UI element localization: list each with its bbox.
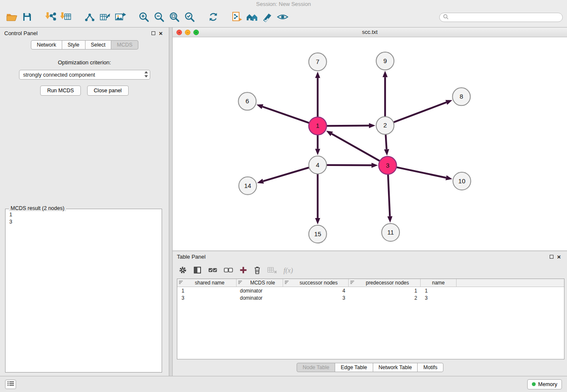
tab-style[interactable]: Style [62,40,85,50]
task-history-button[interactable] [5,380,16,389]
zoom-in-button[interactable] [136,10,151,25]
optimization-criterion-label: Optimization criterion: [0,59,169,66]
table-cell[interactable]: dominator [237,294,283,301]
export-image-button[interactable] [113,10,128,25]
close-panel-button[interactable]: Close panel [87,86,129,96]
control-panel-close-button[interactable]: × [157,30,165,37]
svg-text:10: 10 [458,177,465,185]
save-session-button[interactable] [19,10,35,25]
table-cell[interactable]: 1 [177,287,237,294]
graph-edge-1-6[interactable] [262,107,309,123]
graph-edge-3-1[interactable] [332,134,380,161]
graph-node-15[interactable]: 15 [309,225,327,243]
table-row[interactable]: 1dominator411 [177,287,564,294]
tab-network[interactable]: Network [31,40,62,50]
graph-edge-4-3[interactable] [327,165,372,166]
network-window-titlebar: × − + scc.txt [173,28,567,37]
table-cell[interactable]: dominator [237,287,283,294]
tab-motifs[interactable]: Motifs [417,363,443,372]
export-table-button[interactable] [97,10,113,25]
open-folder-icon [6,12,17,23]
column-header-shared-name[interactable]: shared name [177,279,237,287]
tab-select[interactable]: Select [85,40,112,50]
svg-text:6: 6 [245,97,249,105]
clone-network-button[interactable] [229,10,245,25]
column-settings-button[interactable] [179,265,187,276]
graph-node-7[interactable]: 7 [309,53,327,71]
graph-edge-arrow [383,71,388,77]
graph-edge-arrow [315,218,320,224]
new-network-button[interactable] [82,10,97,25]
graph-edge-3-11[interactable] [388,174,390,216]
graph-edge-arrow [326,131,333,136]
table-panel-float-button[interactable] [548,253,555,261]
run-mcds-button[interactable]: Run MCDS [40,86,80,96]
graph-node-2[interactable]: 2 [376,116,394,134]
graph-node-6[interactable]: 6 [238,92,256,110]
table-cell[interactable]: 1 [421,287,457,294]
table-panel-header: Table Panel × [173,251,567,262]
column-header-successor-nodes[interactable]: successor nodes [283,279,349,287]
delete-column-button[interactable] [253,265,261,276]
column-header-name[interactable]: name [421,279,457,287]
network-canvas[interactable]: 7968124314101511 [173,37,567,251]
select-all-button[interactable] [208,265,217,276]
search-input[interactable] [451,14,559,20]
table-cell[interactable]: 1 [349,287,421,294]
svg-text:14: 14 [244,182,251,189]
tab-mcds[interactable]: MCDS [111,40,138,50]
zoom-fit-button[interactable] [167,10,182,25]
column-header-mcds-role[interactable]: MCDS role [237,279,283,287]
table-cell[interactable]: 3 [177,294,237,301]
open-session-button[interactable] [4,10,19,25]
graph-edge-3-10[interactable] [396,167,446,178]
table-cell[interactable]: 2 [349,294,421,301]
delete-table-button[interactable] [267,265,277,276]
graph-node-10[interactable]: 10 [453,172,471,190]
table-cell[interactable]: 3 [421,294,457,301]
deselect-all-button[interactable] [224,265,233,276]
graph-edge-4-14[interactable] [263,168,309,181]
home-button[interactable] [245,10,260,25]
window-zoom-icon[interactable]: + [193,30,199,35]
graph-node-4[interactable]: 4 [309,156,327,174]
table-row[interactable]: 3dominator323 [177,294,564,301]
zoom-out-button[interactable] [151,10,167,25]
control-panel-float-button[interactable] [149,30,157,37]
graph-edge-1-2[interactable] [327,126,369,126]
network-graph[interactable]: 7968124314101511 [173,37,567,251]
svg-text:8: 8 [460,93,463,100]
table-cell[interactable]: 4 [283,287,349,294]
table-panel-close-button[interactable]: × [555,253,563,261]
import-network-button[interactable] [43,10,58,25]
gear-icon [179,266,187,276]
toolbar-search[interactable] [439,13,563,22]
svg-text:2: 2 [383,121,387,129]
import-table-button[interactable] [58,10,74,25]
show-columns-button[interactable] [193,265,202,276]
add-column-button[interactable] [239,265,247,276]
tab-edge-table[interactable]: Edge Table [335,363,373,372]
tab-node-table[interactable]: Node Table [297,363,335,372]
zoom-selected-button[interactable] [182,10,197,25]
graph-node-9[interactable]: 9 [376,52,394,70]
graph-edge-2-8[interactable] [394,102,446,122]
graph-node-1[interactable]: 1 [309,117,327,135]
tab-network-table[interactable]: Network Table [373,363,418,372]
refresh-view-button[interactable] [206,10,221,25]
graph-node-14[interactable]: 14 [239,177,256,195]
graph-node-8[interactable]: 8 [452,88,470,105]
memory-button[interactable]: Memory [527,379,562,389]
apply-style-button[interactable] [260,10,275,25]
criterion-dropdown[interactable]: strongly connected component [19,70,150,80]
function-builder-button[interactable]: f(x) [284,265,293,276]
table-cell[interactable]: 3 [283,294,349,301]
window-minimize-icon[interactable]: − [185,30,190,35]
column-header-predecessor-nodes[interactable]: predecessor nodes [349,279,421,287]
graph-node-11[interactable]: 11 [382,224,399,241]
main-toolbar [0,8,567,28]
graph-node-3[interactable]: 3 [379,157,396,174]
graph-edge-2-3[interactable] [385,134,386,149]
window-close-icon[interactable]: × [176,30,182,35]
show-graphics-button[interactable] [275,10,290,25]
